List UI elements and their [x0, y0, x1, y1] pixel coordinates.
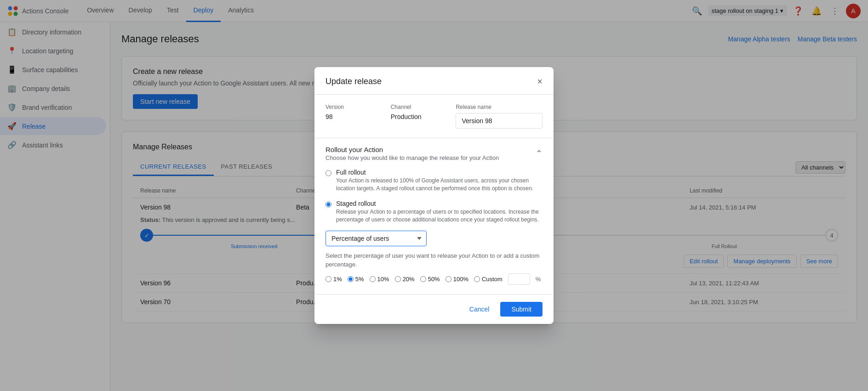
dialog-header: Update release × [314, 67, 554, 95]
pct-50-radio[interactable] [420, 276, 426, 282]
dialog-overlay: Update release × Version 98 Channel Prod… [0, 0, 868, 391]
full-rollout-content: Full rollout Your Action is released to … [336, 169, 542, 193]
pct-100-option[interactable]: 100% [445, 276, 468, 283]
rollout-title: Rollout your Action [326, 146, 499, 153]
channel-value: Production [391, 113, 449, 120]
pct-custom-radio[interactable] [474, 276, 480, 282]
channel-col: Channel Production [391, 104, 449, 129]
pct-10-option[interactable]: 10% [370, 276, 389, 283]
pct-100-label: 100% [453, 276, 468, 283]
dialog-version-section: Version 98 Channel Production Release na… [314, 95, 554, 138]
submit-button[interactable]: Submit [500, 302, 542, 317]
rollout-title-group: Rollout your Action Choose how you would… [326, 146, 499, 161]
pct-symbol: % [536, 276, 541, 283]
full-rollout-option: Full rollout Your Action is released to … [326, 169, 542, 193]
pct-5-label: 5% [355, 276, 364, 283]
percentage-options: 1% 5% 10% 20% 50% [326, 273, 542, 285]
pct-custom-option[interactable]: Custom [474, 276, 503, 283]
release-name-label: Release name [456, 104, 542, 110]
pct-10-radio[interactable] [370, 276, 376, 282]
staged-rollout-content: Staged rollout Release your Action to a … [336, 200, 542, 224]
rollout-dropdown-wrapper: Percentage of users Specific locations [326, 231, 542, 246]
pct-20-option[interactable]: 20% [395, 276, 415, 283]
pct-custom-label: Custom [482, 276, 503, 283]
version-value: 98 [326, 113, 383, 120]
rollout-subtitle: Choose how you would like to manage the … [326, 154, 499, 161]
pct-20-label: 20% [403, 276, 415, 283]
version-col: Version 98 [326, 104, 383, 129]
rollout-header: Rollout your Action Choose how you would… [326, 138, 542, 169]
rollout-section: Rollout your Action Choose how you would… [314, 138, 554, 294]
channel-label: Channel [391, 104, 449, 110]
pct-50-option[interactable]: 50% [420, 276, 440, 283]
full-rollout-desc: Your Action is released to 100% of Googl… [336, 177, 542, 193]
pct-5-option[interactable]: 5% [348, 276, 364, 283]
pct-100-radio[interactable] [445, 276, 451, 282]
dialog-footer: Cancel Submit [314, 294, 554, 324]
release-name-input[interactable] [456, 113, 542, 129]
rollout-type-select[interactable]: Percentage of users Specific locations [326, 231, 427, 246]
pct-1-option[interactable]: 1% [326, 276, 342, 283]
percentage-desc: Select the percentage of user you want t… [326, 252, 542, 268]
staged-rollout-desc: Release your Action to a percentage of u… [336, 208, 542, 224]
version-label: Version [326, 104, 383, 110]
pct-50-label: 50% [428, 276, 440, 283]
staged-rollout-label: Staged rollout [336, 200, 542, 207]
pct-1-label: 1% [333, 276, 342, 283]
rollout-collapse-icon[interactable]: ⌃ [536, 148, 542, 159]
version-row: Version 98 Channel Production Release na… [326, 104, 542, 129]
dialog-close-button[interactable]: × [537, 76, 542, 87]
staged-rollout-radio[interactable] [326, 201, 331, 208]
pct-10-label: 10% [377, 276, 389, 283]
dialog-title: Update release [326, 77, 382, 86]
staged-rollout-option: Staged rollout Release your Action to a … [326, 200, 542, 224]
full-rollout-label: Full rollout [336, 169, 542, 176]
pct-custom-input[interactable] [508, 273, 530, 285]
release-name-col: Release name [456, 104, 542, 129]
pct-20-radio[interactable] [395, 276, 401, 282]
pct-1-radio[interactable] [326, 276, 331, 282]
full-rollout-radio[interactable] [326, 170, 331, 177]
cancel-button[interactable]: Cancel [462, 302, 497, 317]
update-release-dialog: Update release × Version 98 Channel Prod… [314, 67, 554, 324]
pct-5-radio[interactable] [348, 276, 354, 282]
